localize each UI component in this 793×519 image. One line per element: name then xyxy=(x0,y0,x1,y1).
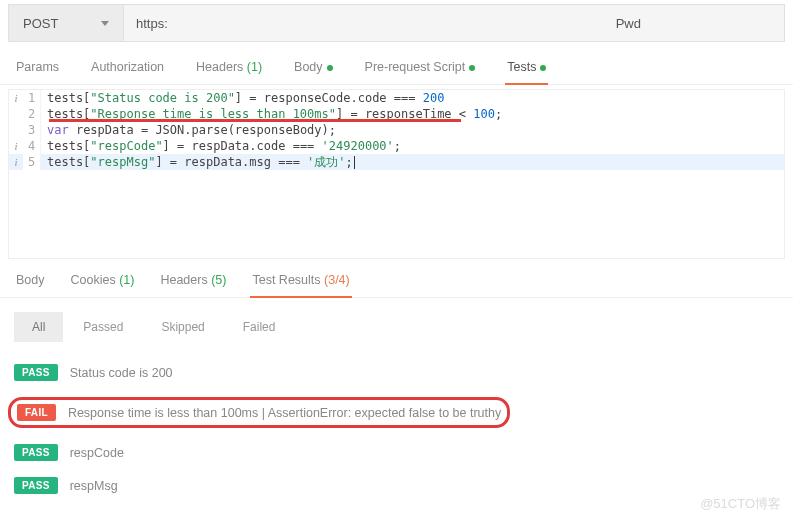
test-result-list: PASS Status code is 200 FAIL Response ti… xyxy=(0,356,793,519)
line-number: 1 xyxy=(23,90,41,106)
dot-indicator-icon xyxy=(327,65,333,71)
result-text: Response time is less than 100ms | Asser… xyxy=(68,406,501,420)
status-badge: PASS xyxy=(14,444,58,461)
line-number: 2 xyxy=(23,106,41,122)
code-line-1: tests["Status code is 200"] = responseCo… xyxy=(41,90,444,106)
tab-prerequest[interactable]: Pre-request Script xyxy=(363,60,478,84)
status-badge: FAIL xyxy=(17,404,56,421)
info-icon: i xyxy=(9,154,23,170)
tab-tests[interactable]: Tests xyxy=(505,60,548,84)
response-tabs: Body Cookies (1) Headers (5) Test Result… xyxy=(0,259,793,298)
line-number: 4 xyxy=(23,138,41,154)
method-value: POST xyxy=(23,16,58,31)
status-badge: PASS xyxy=(14,477,58,494)
cursor-icon xyxy=(354,156,355,169)
tab-body[interactable]: Body xyxy=(292,60,335,84)
tab-params[interactable]: Params xyxy=(14,60,61,84)
filter-row: All Passed Skipped Failed xyxy=(0,298,793,356)
tab-authorization[interactable]: Authorization xyxy=(89,60,166,84)
filter-failed[interactable]: Failed xyxy=(225,312,294,342)
dot-indicator-icon xyxy=(469,65,475,71)
request-tabs: Params Authorization Headers (1) Body Pr… xyxy=(0,42,793,85)
info-icon: i xyxy=(9,138,23,154)
filter-skipped[interactable]: Skipped xyxy=(143,312,222,342)
dot-indicator-icon xyxy=(540,65,546,71)
request-bar: POST xyxy=(8,4,785,42)
chevron-down-icon xyxy=(101,21,109,26)
line-number: 5 xyxy=(23,154,41,170)
tab-headers[interactable]: Headers (1) xyxy=(194,60,264,84)
test-result-item: FAIL Response time is less than 100ms | … xyxy=(14,389,779,436)
rtab-headers[interactable]: Headers (5) xyxy=(158,273,228,297)
annotation-underline xyxy=(49,119,461,122)
status-badge: PASS xyxy=(14,364,58,381)
annotation-highlight: FAIL Response time is less than 100ms | … xyxy=(8,397,510,428)
info-icon xyxy=(9,122,23,138)
watermark: @51CTO博客 xyxy=(700,495,781,513)
filter-passed[interactable]: Passed xyxy=(65,312,141,342)
rtab-cookies[interactable]: Cookies (1) xyxy=(69,273,137,297)
url-input[interactable] xyxy=(124,5,784,41)
test-result-item: PASS respCode xyxy=(14,436,779,469)
line-number: 3 xyxy=(23,122,41,138)
result-text: respMsg xyxy=(70,479,118,493)
info-icon: i xyxy=(9,90,23,106)
result-text: respCode xyxy=(70,446,124,460)
method-select[interactable]: POST xyxy=(9,5,124,41)
filter-all[interactable]: All xyxy=(14,312,63,342)
code-line-5: tests["respMsg"] = respData.msg === '成功'… xyxy=(41,154,355,170)
rtab-body[interactable]: Body xyxy=(14,273,47,297)
code-line-4: tests["respCode"] = respData.code === '2… xyxy=(41,138,401,154)
code-editor[interactable]: i 1 tests["Status code is 200"] = respon… xyxy=(8,89,785,259)
test-result-item: PASS Status code is 200 xyxy=(14,356,779,389)
test-result-item: PASS respMsg xyxy=(14,469,779,502)
code-line-3: var respData = JSON.parse(responseBody); xyxy=(41,122,336,138)
info-icon xyxy=(9,106,23,122)
result-text: Status code is 200 xyxy=(70,366,173,380)
rtab-testresults[interactable]: Test Results (3/4) xyxy=(250,273,351,297)
